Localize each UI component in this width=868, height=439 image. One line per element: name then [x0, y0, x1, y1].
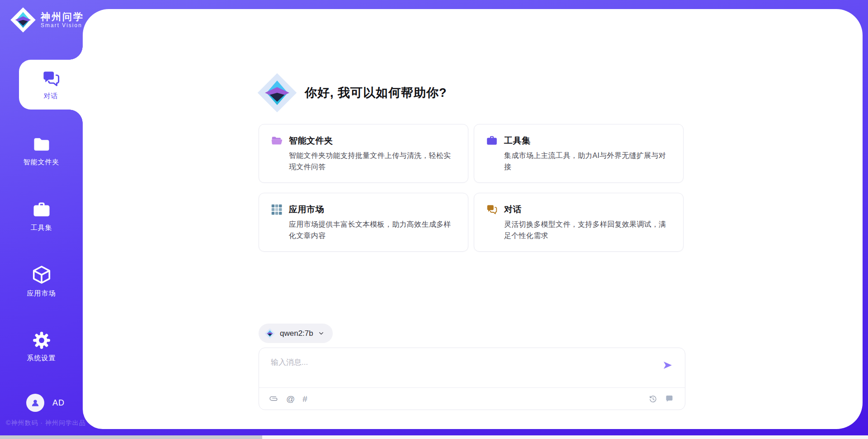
- sidebar-footer: ©神州数码 · 神州问学出品: [6, 419, 86, 427]
- history-button[interactable]: [648, 394, 658, 404]
- card-toolbox[interactable]: 工具集 集成市场上主流工具，助力AI与外界无缝扩展与对接: [474, 124, 684, 183]
- feature-cards: 智能文件夹 智能文件夹功能支持批量文件上传与清洗，轻松实现文件问答 工具集 集成…: [259, 124, 684, 252]
- app-tagline: Smart Vision: [41, 22, 84, 29]
- attach-button[interactable]: [269, 394, 278, 404]
- message-icon: [665, 394, 674, 404]
- app-logo: 神州问学 Smart Vision: [10, 7, 84, 33]
- card-app-market[interactable]: 应用市场 应用市场提供丰富长文本模板，助力高效生成多样化文章内容: [259, 193, 468, 252]
- greeting-text: 你好, 我可以如何帮助你?: [305, 85, 447, 101]
- horizontal-scrollbar-thumb[interactable]: [0, 435, 262, 439]
- sidebar-item-toolbox[interactable]: 工具集: [0, 200, 83, 232]
- sidebar-item-settings[interactable]: 系统设置: [0, 331, 83, 363]
- sidebar-item-label: 系统设置: [0, 354, 83, 363]
- app-name: 神州问学: [41, 11, 84, 22]
- welcome-header: 你好, 我可以如何帮助你?: [257, 72, 447, 113]
- sidebar-item-label: 应用市场: [0, 289, 83, 298]
- composer-toolbar: @ #: [269, 388, 674, 410]
- person-icon: [30, 397, 41, 408]
- toolbox-icon: [486, 135, 498, 147]
- card-chat[interactable]: 对话 灵活切换多模型文件，支持多样回复效果调试，满足个性化需求: [474, 193, 684, 252]
- grid-icon: [271, 204, 283, 215]
- horizontal-scrollbar-track[interactable]: [0, 435, 868, 439]
- sidebar-item-chat[interactable]: 对话: [19, 60, 83, 110]
- topic-button[interactable]: #: [302, 395, 307, 403]
- folder-open-icon: [271, 135, 283, 147]
- sidebar-item-label: 智能文件夹: [0, 158, 83, 167]
- folder-icon: [32, 134, 52, 154]
- toolbox-icon: [32, 200, 51, 220]
- paperclip-icon: [267, 392, 281, 406]
- message-input[interactable]: [270, 355, 651, 370]
- user-label: AD: [52, 398, 65, 408]
- card-description: 应用市场提供丰富长文本模板，助力高效生成多样化文章内容: [289, 219, 456, 242]
- user-account[interactable]: AD: [26, 394, 65, 412]
- card-title: 应用市场: [289, 204, 324, 215]
- tab-fillet-top: [69, 46, 83, 60]
- hash-icon: #: [302, 395, 307, 403]
- card-description: 灵活切换多模型文件，支持多样回复效果调试，满足个性化需求: [504, 219, 671, 242]
- card-description: 智能文件夹功能支持批量文件上传与清洗，轻松实现文件问答: [289, 150, 456, 173]
- diamond-logo-icon: [257, 72, 297, 113]
- sidebar-item-label: 工具集: [0, 224, 83, 232]
- mention-button[interactable]: @: [286, 395, 295, 403]
- tab-fillet-bottom: [69, 110, 83, 123]
- new-chat-button[interactable]: [665, 394, 674, 404]
- model-selector[interactable]: qwen2:7b: [259, 324, 333, 343]
- chevron-down-icon: [318, 330, 325, 337]
- card-description: 集成市场上主流工具，助力AI与外界无缝扩展与对接: [504, 150, 671, 173]
- sidebar-item-smart-folder[interactable]: 智能文件夹: [0, 134, 83, 167]
- card-smart-folder[interactable]: 智能文件夹 智能文件夹功能支持批量文件上传与清洗，轻松实现文件问答: [259, 124, 468, 183]
- avatar: [26, 394, 44, 412]
- model-name: qwen2:7b: [280, 329, 313, 338]
- gear-icon: [32, 331, 51, 350]
- history-icon: [648, 394, 658, 404]
- cube-icon: [31, 264, 52, 285]
- chat-bubbles-icon: [486, 204, 498, 215]
- diamond-logo-icon: [10, 7, 36, 33]
- sidebar-item-label: 对话: [44, 92, 58, 100]
- send-button[interactable]: [662, 360, 673, 371]
- at-sign-icon: @: [286, 395, 295, 403]
- card-title: 对话: [504, 204, 522, 215]
- send-icon: [662, 360, 673, 371]
- message-composer: @ #: [259, 348, 685, 410]
- chat-bubbles-icon: [42, 69, 61, 88]
- card-title: 工具集: [504, 135, 531, 147]
- sidebar-item-app-market[interactable]: 应用市场: [0, 264, 83, 298]
- card-title: 智能文件夹: [289, 135, 333, 147]
- diamond-logo-icon: [264, 328, 275, 339]
